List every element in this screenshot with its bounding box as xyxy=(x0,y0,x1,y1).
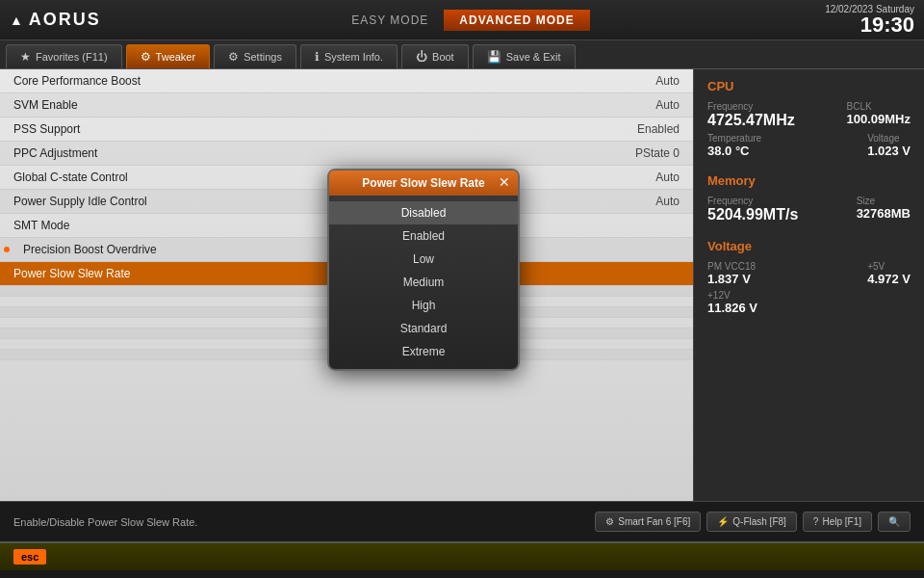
modal-close-button[interactable]: ✕ xyxy=(499,174,510,190)
modal-option-enabled[interactable]: Enabled xyxy=(329,224,518,248)
modal-option-low[interactable]: Low xyxy=(329,248,518,271)
modal-option-disabled[interactable]: Disabled xyxy=(329,201,518,224)
modal-option-standard[interactable]: Standard xyxy=(329,317,518,340)
modal-options: Disabled Enabled Low Medium High Standar… xyxy=(329,196,518,369)
modal-option-extreme[interactable]: Extreme xyxy=(329,340,518,363)
modal-overlay: Power Slow Slew Rate ✕ Disabled Enabled … xyxy=(0,0,924,578)
modal-title: Power Slow Slew Rate xyxy=(329,171,518,196)
modal-box: Power Slow Slew Rate ✕ Disabled Enabled … xyxy=(327,169,520,371)
modal-option-high[interactable]: High xyxy=(329,294,518,317)
modal-option-medium[interactable]: Medium xyxy=(329,271,518,294)
